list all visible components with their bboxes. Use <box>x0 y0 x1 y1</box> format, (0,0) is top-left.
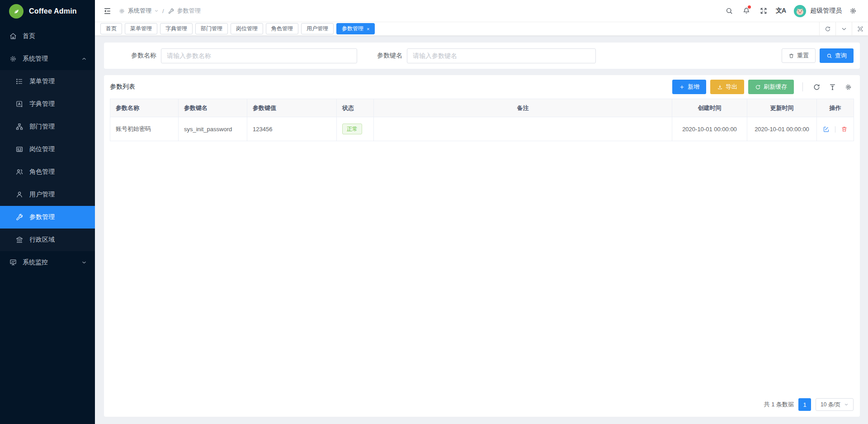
monitor-icon <box>9 258 17 267</box>
card-header: 参数列表 新增 导出 刷新缓存 <box>110 75 854 99</box>
tab-param-mgmt[interactable]: 参数管理 × <box>336 23 375 34</box>
breadcrumb-item-system[interactable]: 系统管理 <box>128 7 151 15</box>
tab-home[interactable]: 首页 <box>100 23 122 34</box>
sidebar-item-role-mgmt[interactable]: 角色管理 <box>0 161 95 183</box>
bank-icon <box>15 236 24 244</box>
column-settings-icon[interactable] <box>842 81 854 93</box>
edit-icon[interactable] <box>823 126 830 133</box>
main-area: 系统管理 / 参数管理 文A <box>95 0 868 424</box>
user-menu[interactable]: 超级管理员 <box>794 5 842 17</box>
fullscreen-icon[interactable] <box>756 3 771 19</box>
breadcrumb-separator: / <box>162 8 164 14</box>
cell-param-key: sys_init_password <box>179 117 247 141</box>
breadcrumb-item-current: 参数管理 <box>177 7 201 15</box>
sidebar-item-region[interactable]: 行政区域 <box>0 229 95 251</box>
cell-remark <box>374 117 672 141</box>
chevron-down-icon <box>154 9 159 13</box>
delete-icon[interactable] <box>841 126 848 133</box>
page-size-select[interactable]: 10 条/页 <box>816 398 854 411</box>
close-icon[interactable]: × <box>367 26 369 32</box>
tab-dept-mgmt[interactable]: 部门管理 <box>195 23 228 34</box>
col-param-value: 参数键值 <box>247 99 337 117</box>
col-param-name: 参数名称 <box>110 99 179 117</box>
table-row: 账号初始密码 sys_init_password 123456 正常 2020-… <box>110 117 854 141</box>
settings-gear-icon[interactable] <box>845 3 861 19</box>
card-title: 参数列表 <box>110 83 135 91</box>
col-updated: 更新时间 <box>747 99 817 117</box>
sidebar-item-system[interactable]: 系统管理 <box>0 48 95 70</box>
gear-icon <box>118 8 125 14</box>
refresh-cache-button[interactable]: 刷新缓存 <box>748 80 794 94</box>
status-badge: 正常 <box>342 124 362 134</box>
org-tree-icon <box>15 123 24 131</box>
tab-post-mgmt[interactable]: 岗位管理 <box>231 23 263 34</box>
col-remark: 备注 <box>374 99 672 117</box>
param-list-card: 参数列表 新增 导出 刷新缓存 <box>104 75 860 417</box>
param-name-label: 参数名称 <box>131 52 156 60</box>
leaf-logo-icon <box>9 4 24 19</box>
sidebar-item-label: 字典管理 <box>29 100 55 108</box>
refresh-table-icon[interactable] <box>811 81 822 93</box>
add-button[interactable]: 新增 <box>672 80 706 94</box>
row-density-icon[interactable] <box>826 81 838 93</box>
table-actions: 新增 导出 刷新缓存 <box>672 80 854 94</box>
param-key-input[interactable] <box>407 48 596 63</box>
col-actions: 操作 <box>817 99 854 117</box>
tab-bar: 首页 菜单管理 字典管理 部门管理 岗位管理 角色管理 用户管理 参数管理 × <box>95 22 868 36</box>
chevron-up-icon <box>81 56 87 62</box>
tab-user-mgmt[interactable]: 用户管理 <box>301 23 334 34</box>
app-logo: Coffee Admin <box>0 0 95 22</box>
top-header: 系统管理 / 参数管理 文A <box>95 0 868 22</box>
chevron-down-icon <box>81 260 87 265</box>
tab-menu-mgmt[interactable]: 菜单管理 <box>125 23 157 34</box>
tab-role-mgmt[interactable]: 角色管理 <box>266 23 298 34</box>
translate-icon[interactable]: 文A <box>773 3 788 19</box>
plus-icon <box>679 84 685 90</box>
sidebar-item-label: 参数管理 <box>29 213 55 221</box>
reset-button[interactable]: 重置 <box>782 48 816 63</box>
param-name-input[interactable] <box>161 48 357 63</box>
sidebar-item-dict-mgmt[interactable]: 字典管理 <box>0 93 95 115</box>
maximize-icon[interactable] <box>852 22 868 36</box>
sidebar-item-dept-mgmt[interactable]: 部门管理 <box>0 115 95 138</box>
id-badge-icon <box>15 145 24 153</box>
sidebar-item-param-mgmt[interactable]: 参数管理 <box>0 206 95 229</box>
export-button[interactable]: 导出 <box>710 80 744 94</box>
cell-param-value: 123456 <box>247 117 337 141</box>
user-name: 超级管理员 <box>810 7 842 15</box>
search-icon[interactable] <box>722 3 737 19</box>
cell-updated: 2020-10-01 00:00:00 <box>747 117 817 141</box>
search-icon <box>826 53 832 59</box>
avatar <box>794 5 806 17</box>
sidebar-item-label: 部门管理 <box>29 123 55 131</box>
home-icon <box>9 32 17 40</box>
roles-icon <box>15 168 24 176</box>
sidebar-item-label: 菜单管理 <box>29 77 55 86</box>
sidebar-item-menu-mgmt[interactable]: 菜单管理 <box>0 70 95 93</box>
param-key-label: 参数键名 <box>377 52 402 60</box>
user-icon <box>15 191 24 199</box>
dictionary-icon <box>15 100 24 108</box>
tab-dict-mgmt[interactable]: 字典管理 <box>160 23 193 34</box>
sidebar-item-home[interactable]: 首页 <box>0 25 95 48</box>
trash-icon <box>788 53 794 59</box>
pagination: 共 1 条数据 1 10 条/页 <box>764 398 854 411</box>
sidebar-item-label: 用户管理 <box>29 191 55 199</box>
pagination-page-1[interactable]: 1 <box>798 398 811 411</box>
sidebar-item-post-mgmt[interactable]: 岗位管理 <box>0 138 95 161</box>
refresh-icon[interactable] <box>819 22 835 36</box>
table-header-row: 参数名称 参数键名 参数键值 状态 备注 创建时间 更新时间 操作 <box>110 99 854 117</box>
chevron-down-icon[interactable] <box>835 22 852 36</box>
divider <box>802 82 803 91</box>
search-buttons: 重置 查询 <box>782 48 854 63</box>
header-actions: 文A 超级管理员 <box>722 3 861 19</box>
wrench-icon <box>15 213 24 221</box>
sidebar-item-label: 系统管理 <box>23 55 48 63</box>
menu-fold-icon[interactable] <box>100 4 114 18</box>
sidebar-item-monitor[interactable]: 系统监控 <box>0 251 95 274</box>
divider <box>835 126 835 133</box>
bell-icon[interactable] <box>739 3 754 19</box>
query-button[interactable]: 查询 <box>820 48 854 63</box>
sidebar-item-user-mgmt[interactable]: 用户管理 <box>0 183 95 206</box>
sidebar-item-label: 岗位管理 <box>29 145 55 153</box>
